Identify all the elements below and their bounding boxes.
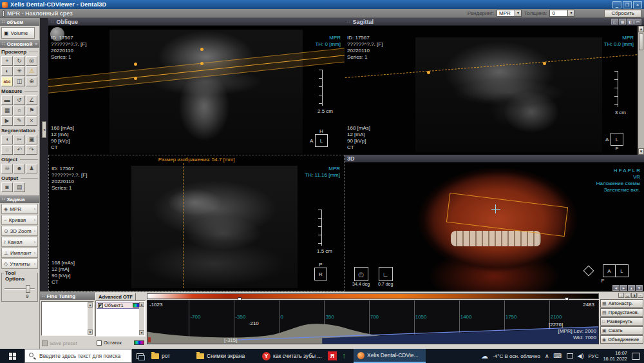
- scroll-up-icon[interactable]: ▲: [139, 302, 144, 307]
- slice-handle[interactable]: [427, 71, 430, 74]
- close-button[interactable]: ×: [633, 1, 642, 8]
- task-item-curve[interactable]: ~ Кривая ›: [1, 215, 38, 225]
- measure-section-label[interactable]: Measure: [0, 87, 39, 95]
- otf-residue-row[interactable]: Остаток: [97, 340, 144, 346]
- scroll-up-icon[interactable]: ▲: [638, 26, 644, 32]
- view-section-label[interactable]: Просмотр: [0, 48, 39, 55]
- weather-cloud-icon[interactable]: ☁: [481, 352, 488, 360]
- rendering-dropdown[interactable]: MPR ▾: [497, 10, 522, 17]
- sagittal-image-area[interactable]: ID: 17567 ??????^?.?. [F] 20220110 Serie…: [345, 26, 644, 155]
- view-navigator-icon[interactable]: [583, 266, 594, 277]
- slider-thumb[interactable]: [26, 285, 30, 293]
- reset-button[interactable]: Сбросить: [604, 10, 641, 17]
- maximize-button[interactable]: ❐: [623, 1, 632, 8]
- sphere-measure-icon[interactable]: ○: [14, 106, 25, 115]
- collapse-panel-icon[interactable]: ▭: [625, 293, 630, 298]
- taskbar-item-xelis-active[interactable]: Xelis Dental-CDVie...: [354, 349, 426, 363]
- minimize-panel-icon[interactable]: −: [638, 293, 643, 298]
- shrink-button[interactable]: ▣ Сжать: [600, 326, 643, 335]
- expand-button[interactable]: □ Развернуть: [600, 317, 643, 326]
- task-item-implant[interactable]: ⊥ Имплант ›: [1, 248, 38, 258]
- slice-handle[interactable]: [543, 62, 546, 65]
- scroll-down-icon[interactable]: ▼: [638, 148, 644, 155]
- window-high-marker[interactable]: [2276]: [549, 322, 563, 328]
- annotation-icon[interactable]: abc: [1, 77, 13, 86]
- windowing-icon[interactable]: ◐: [1, 66, 13, 76]
- output-section-label[interactable]: Output: [0, 174, 39, 182]
- task-item-canal[interactable]: ≀ Канал ›: [1, 237, 38, 247]
- otf-list-scrollbar[interactable]: ▲ ▼: [139, 302, 144, 335]
- network-icon[interactable]: [567, 353, 573, 358]
- slice-handle[interactable]: [134, 63, 137, 66]
- 3d-viewport[interactable]: 3D H F A P L R VR Наложение схемы Затене…: [345, 155, 644, 291]
- volume-button[interactable]: ▣ Volume: [1, 27, 35, 39]
- profile-icon[interactable]: ▦: [1, 106, 13, 115]
- nav-down-icon[interactable]: ▼: [636, 285, 643, 291]
- orientation-cube[interactable]: A L F: [611, 133, 623, 146]
- task-view-button[interactable]: [132, 349, 147, 363]
- tab-advanced-otf[interactable]: Advanced OTF: [95, 293, 136, 300]
- chevron-down-icon[interactable]: ▾: [515, 10, 521, 16]
- task-item-utilities[interactable]: ◇ Утилиты ›: [1, 259, 38, 269]
- layout-grid-icon[interactable]: ▦: [619, 19, 626, 25]
- collapse-left-icon[interactable]: ◂: [42, 121, 46, 138]
- taskbar-item-folder-rot[interactable]: рот: [147, 349, 193, 363]
- head-icon[interactable]: ☻: [14, 164, 25, 173]
- checkbox-icon[interactable]: [97, 340, 102, 346]
- preset-list[interactable]: ▲ ▼: [41, 301, 94, 336]
- expand-panel-icon[interactable]: ↕: [618, 293, 624, 298]
- copy-region-icon[interactable]: ▣: [26, 135, 37, 144]
- minimize-button[interactable]: _: [612, 1, 621, 8]
- printer-icon[interactable]: ▤: [14, 182, 25, 192]
- preset-list-scrollbar[interactable]: ▲ ▼: [88, 302, 93, 335]
- start-button[interactable]: [0, 349, 24, 363]
- touch-keyboard-icon[interactable]: ⌨: [554, 353, 562, 359]
- 3d-header[interactable]: 3D: [345, 155, 644, 162]
- slice-handle[interactable]: [200, 48, 204, 51]
- action-center-icon[interactable]: [632, 353, 640, 360]
- orientation-cube[interactable]: H A L: [315, 134, 328, 147]
- sagittal-scrollbar[interactable]: ▲ ▼: [638, 26, 644, 155]
- reset-view-icon[interactable]: ✳: [14, 66, 25, 76]
- angle-measure-icon[interactable]: ∠: [26, 95, 37, 105]
- sagittal-viewport[interactable]: ∷ Sagittal ◰ ▦ ◧ ▭ ID: 17567 ??????^?.?.…: [345, 18, 644, 155]
- taskbar-search[interactable]: [24, 349, 132, 363]
- mpr-crosshair-line[interactable]: [183, 163, 184, 288]
- body-icon[interactable]: ♟: [26, 164, 37, 173]
- redo-icon[interactable]: ↷: [26, 145, 37, 155]
- scroll-down-icon[interactable]: ▼: [139, 330, 144, 335]
- slice-handle[interactable]: [134, 77, 137, 80]
- main-section-header[interactable]: ∷ Основной ≡: [0, 40, 39, 48]
- checkbox-checked-icon[interactable]: ◩: [98, 303, 103, 308]
- scroll-up-icon[interactable]: ▲: [88, 302, 93, 308]
- rotate-icon[interactable]: ↻: [14, 56, 25, 66]
- flag-icon[interactable]: ⚑: [26, 106, 37, 115]
- otf-object-list[interactable]: ◩ Объект1 ▲ ▼: [95, 300, 146, 337]
- pan-icon[interactable]: +: [1, 56, 13, 66]
- taskbar-item-yandex-search[interactable]: Y как считать зубы ...: [258, 349, 327, 363]
- chevron-down-icon[interactable]: ▾: [567, 10, 574, 16]
- pencil-icon[interactable]: ✎: [14, 116, 25, 126]
- warning-icon[interactable]: ⚠: [26, 66, 37, 76]
- orientation-cube[interactable]: P R: [314, 268, 327, 280]
- level-slider[interactable]: 9: [4, 284, 35, 293]
- transfer-function-gradient-bar[interactable]: [147, 293, 599, 299]
- magnify-icon[interactable]: ◎: [26, 56, 37, 66]
- save-preset-button[interactable]: Save preset: [42, 340, 77, 346]
- presets-button[interactable]: ▤ Предустанов.: [600, 308, 643, 317]
- language-indicator[interactable]: РУС: [588, 353, 598, 359]
- clock[interactable]: 16:07 16.01.2022: [603, 350, 627, 362]
- collapse-icon[interactable]: ≡: [35, 42, 37, 46]
- mask-icon[interactable]: ◌: [1, 145, 13, 155]
- scroll-down-icon[interactable]: ▼: [88, 329, 93, 335]
- orientation-cube[interactable]: A L F: [603, 264, 629, 277]
- nav-right-icon[interactable]: ►: [620, 285, 627, 291]
- oblique-viewport[interactable]: ∷ Oblique ID: 17567 ??????^?.?. [F] 2022…: [48, 18, 345, 155]
- layout-icon[interactable]: ◰: [611, 19, 618, 25]
- scissors-icon[interactable]: ✂: [14, 135, 25, 144]
- layout-split-icon[interactable]: ◧: [627, 19, 634, 25]
- tray-chevron-icon[interactable]: ∧: [545, 353, 549, 359]
- crosshair-icon[interactable]: ⊕: [26, 77, 37, 86]
- panel-splitter[interactable]: ◂: [40, 18, 48, 291]
- merge-button[interactable]: ◉ Объединение: [600, 335, 643, 344]
